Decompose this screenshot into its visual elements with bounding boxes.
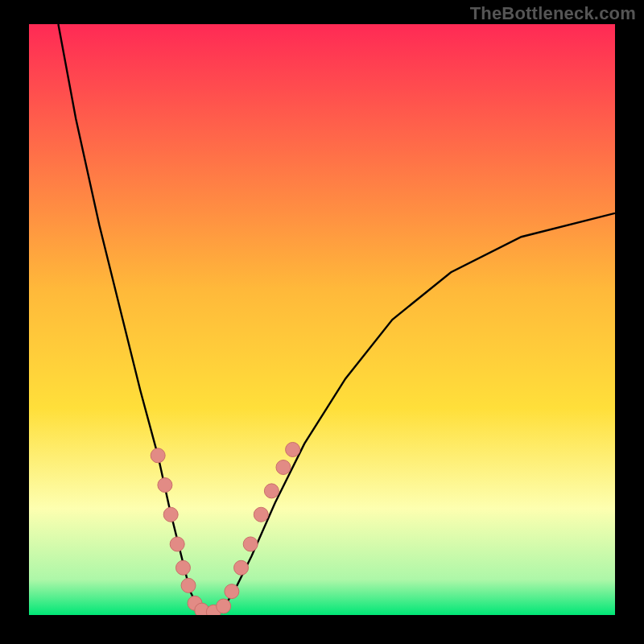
chart-stage: TheBottleneck.com [0, 0, 644, 644]
curve-marker [163, 507, 178, 522]
curve-marker [234, 560, 249, 575]
curve-marker [225, 584, 239, 599]
curve-marker [158, 478, 172, 493]
curve-marker [170, 537, 184, 551]
curve-marker [217, 599, 231, 613]
chart-svg [29, 24, 615, 615]
curve-marker [151, 448, 165, 463]
curve-marker [254, 507, 268, 522]
watermark-text: TheBottleneck.com [470, 3, 636, 24]
curve-marker [181, 578, 196, 592]
curve-marker [276, 460, 291, 475]
curve-marker [175, 560, 190, 575]
plot-area [29, 24, 615, 615]
curve-marker [264, 484, 279, 498]
gradient-background [29, 24, 615, 615]
curve-marker [286, 442, 300, 456]
curve-marker [243, 537, 258, 551]
